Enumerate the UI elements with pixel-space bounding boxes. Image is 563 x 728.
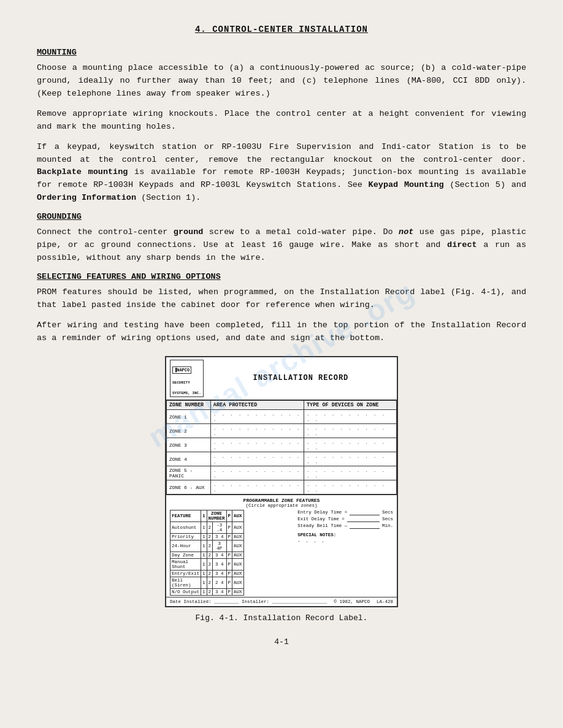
zone-area: . . . . . . . . . . . . xyxy=(210,480,304,495)
zone-name: ZONE 6 - AUX xyxy=(167,480,211,495)
para-mounting-1: Choose a mounting place accessible to (a… xyxy=(37,62,526,100)
ir-footer-date: Date Installed: _________ Installer: ___… xyxy=(170,599,327,604)
ir-col-area: AREA PROTECTED xyxy=(210,401,304,410)
ir-feature-section: FEATURE 1 ZONE NUMBER P AUX Autoshunt 1 xyxy=(170,510,293,596)
feat-2: 2 xyxy=(207,559,213,571)
bell-time-unit: Min. xyxy=(382,523,393,528)
para-grounding-1: Connect the control-center ground screw … xyxy=(37,226,526,265)
feat-1: 1 xyxy=(201,540,207,552)
zone-name: ZONE 3 xyxy=(167,438,211,452)
table-row: ZONE 4 . . . . . . . . . . . . . . . . .… xyxy=(167,452,397,466)
ir-programmable: PROGRAMMABLE ZONE FEATURES (Circle appro… xyxy=(166,495,397,597)
feat-34: 3 4 xyxy=(213,559,227,571)
bell-time-label: Steady Bell Time — xyxy=(297,523,347,528)
feature-row: Day Zone 1 2 3 4 P AUX xyxy=(170,552,244,559)
feature-row: Autoshunt 1 2 -3 .4 P AUX xyxy=(170,522,244,534)
feat-p: P xyxy=(226,571,232,577)
feat-34: 3 4 xyxy=(213,571,227,577)
feat-p: P xyxy=(226,534,232,540)
zone-type: . . . . . . . . . . . . xyxy=(304,452,397,466)
feat-p: P xyxy=(226,589,232,596)
ir-feature-table: FEATURE 1 ZONE NUMBER P AUX Autoshunt 1 xyxy=(170,510,244,596)
section-mounting: MOUNTING Choose a mounting place accessi… xyxy=(37,48,526,205)
table-row: ZONE 3 . . . . . . . . . . . . . . . . .… xyxy=(167,438,397,452)
feat-col-feature: FEATURE xyxy=(170,510,201,522)
feat-col-p: P xyxy=(226,510,232,522)
bell-time-value xyxy=(350,523,380,529)
ir-prog-sub: (Circle appropriate zones) xyxy=(170,503,393,508)
feature-row: Manual Shunt 1 2 3 4 P AUX xyxy=(170,559,244,571)
special-notes-label: SPECIAL NOTES: xyxy=(297,533,393,537)
exit-delay-value xyxy=(347,517,380,522)
feat-34: 3 4 xyxy=(213,552,227,559)
heading-mounting: MOUNTING xyxy=(37,48,526,57)
table-row: ZONE 5 - PANIC . . . . . . . . . . . . .… xyxy=(167,466,397,480)
ir-footer-label-number: LA-428 xyxy=(377,599,393,604)
entry-delay-unit: Secs xyxy=(382,510,393,515)
feat-34: 2 4 xyxy=(213,577,227,589)
feat-1: 1 xyxy=(201,589,207,596)
feat-aux: AUX xyxy=(232,552,244,559)
feat-name: Priority xyxy=(170,534,201,540)
feat-p: P xyxy=(226,577,232,589)
table-row: ZONE 2 . . . . . . . . . . . . . . . . .… xyxy=(167,424,397,438)
ir-entry-delay: Entry Delay Time = Secs xyxy=(297,510,393,515)
feat-2: 2 xyxy=(207,589,213,596)
exit-delay-label: Exit Delay Time = xyxy=(297,517,345,521)
feat-p: P xyxy=(226,552,232,559)
feat-1: 1 xyxy=(201,559,207,571)
feature-row: 24-Hour 1 2 3 4P AUX xyxy=(170,540,244,552)
feat-name: Manual Shunt xyxy=(170,559,201,571)
ir-logo: ▐NAPCO SECURITY SYSTEMS, INC. xyxy=(170,360,204,397)
feat-aux: AUX xyxy=(232,540,244,552)
exit-delay-unit: Secs xyxy=(382,517,393,521)
special-notes-value: - . . . xyxy=(297,539,393,544)
feat-name: Autoshunt xyxy=(170,522,201,534)
zone-area: . . . . . . . . . . . . xyxy=(210,424,304,438)
feat-col-aux: AUX xyxy=(232,510,244,522)
feat-1: 1 xyxy=(201,571,207,577)
feat-name: 24-Hour xyxy=(170,540,201,552)
figure-caption: Fig. 4-1. Installation Record Label. xyxy=(196,613,368,623)
para-selecting-2: After wiring and testing have been compl… xyxy=(37,319,526,345)
feat-p: P xyxy=(226,522,232,534)
feat-2: 2 xyxy=(207,552,213,559)
feat-34: 3 4 xyxy=(213,589,227,596)
feat-name: Bell (Siren) xyxy=(170,577,201,589)
ir-exit-delay: Exit Delay Time = Secs xyxy=(297,517,393,522)
feat-col-1: 1 xyxy=(201,510,207,522)
zone-area: . . . . . . . . . . . . xyxy=(210,466,304,480)
feat-p: P xyxy=(226,559,232,571)
zone-area: . . . . . . . . . . . . xyxy=(210,452,304,466)
zone-type: . . . . . . . . . . . . xyxy=(304,480,397,495)
ir-header: ▐NAPCO SECURITY SYSTEMS, INC. INSTALLATI… xyxy=(166,357,397,400)
table-row: ZONE 6 - AUX . . . . . . . . . . . . . .… xyxy=(167,480,397,495)
para-mounting-3: If a keypad, keyswitch station or RP-100… xyxy=(37,141,526,205)
page-number: 4-1 xyxy=(37,637,526,646)
zone-area: . . . . . . . . . . . . xyxy=(210,438,304,452)
section-grounding: GROUNDING Connect the control-center gro… xyxy=(37,212,526,265)
feat-1: 1 xyxy=(201,534,207,540)
para-mounting-2: Remove appropriate wiring knockouts. Pla… xyxy=(37,108,526,134)
feat-34: 3 4 xyxy=(213,534,227,540)
feat-aux: AUX xyxy=(232,577,244,589)
feat-2: 2 xyxy=(207,534,213,540)
feat-34: 3 4P xyxy=(213,540,227,552)
ir-footer-code: © 1982, NAPCO xyxy=(334,599,370,604)
installation-record: ▐NAPCO SECURITY SYSTEMS, INC. INSTALLATI… xyxy=(165,356,398,607)
feature-row: Priority 1 2 3 4 P AUX xyxy=(170,534,244,540)
ir-col-zone: ZONE NUMBER xyxy=(167,401,211,410)
ir-footer: Date Installed: _________ Installer: ___… xyxy=(166,597,397,606)
feature-row: Entry/Exit 1 2 3 4 P AUX xyxy=(170,571,244,577)
feat-1: 1 xyxy=(201,522,207,534)
table-row: ZONE 1 . . . . . . . . . . . . . . . . .… xyxy=(167,410,397,424)
ir-right-info: Entry Delay Time = Secs Exit Delay Time … xyxy=(293,510,393,596)
feat-2: 2 xyxy=(207,540,213,552)
zone-name: ZONE 2 xyxy=(167,424,211,438)
feat-2: 2 xyxy=(207,522,213,534)
zone-area: . . . . . . . . . . . . xyxy=(210,410,304,424)
figure-container: ▐NAPCO SECURITY SYSTEMS, INC. INSTALLATI… xyxy=(37,356,526,623)
feature-row: Bell (Siren) 1 2 2 4 P AUX xyxy=(170,577,244,589)
ir-title: INSTALLATION RECORD xyxy=(209,374,393,382)
feat-2: 2 xyxy=(207,577,213,589)
